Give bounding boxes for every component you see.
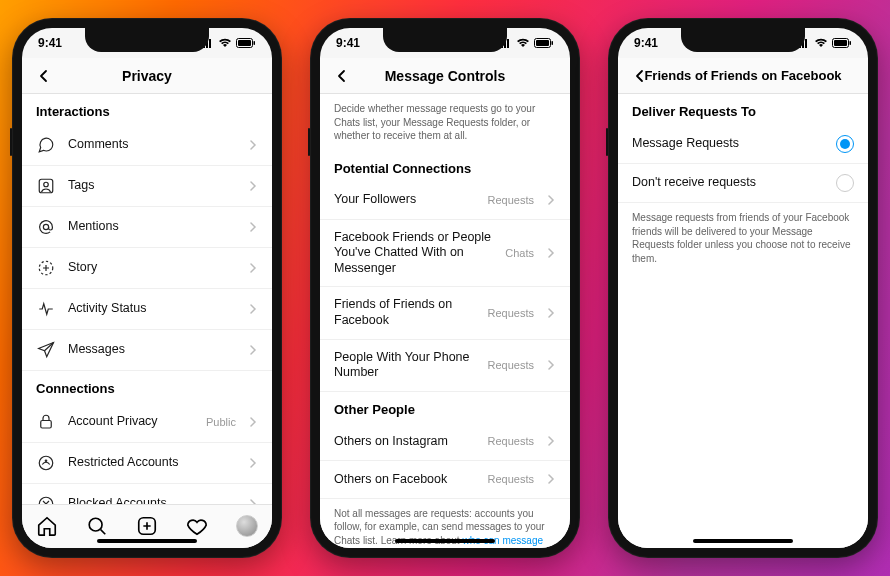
content-scroll[interactable]: Deliver Requests To Message Requests Don…: [618, 94, 868, 548]
home-indicator[interactable]: [97, 539, 197, 543]
row-value: Public: [206, 416, 236, 428]
svg-rect-7: [39, 179, 53, 193]
phone-frame-3: 9:41 Friends of Friends on Facebook Deli…: [608, 18, 878, 558]
row-tags[interactable]: Tags: [22, 166, 272, 207]
row-label: People With Your Phone Number: [334, 350, 476, 381]
chevron-right-icon: [248, 458, 258, 468]
row-value: Requests: [488, 194, 534, 206]
home-indicator[interactable]: [693, 539, 793, 543]
mention-icon: [36, 217, 56, 237]
svg-rect-5: [238, 40, 251, 46]
phone-frame-1: 9:41 Privacy Interactions: [12, 18, 282, 558]
section-header-deliver: Deliver Requests To: [618, 94, 868, 125]
comment-icon: [36, 135, 56, 155]
activity-icon: [36, 299, 56, 319]
chevron-right-icon: [546, 248, 556, 258]
tab-search[interactable]: [82, 511, 112, 541]
row-value: Requests: [488, 359, 534, 371]
row-blocked[interactable]: Blocked Accounts: [22, 484, 272, 504]
chevron-right-icon: [248, 181, 258, 191]
chevron-right-icon: [248, 222, 258, 232]
row-others-facebook[interactable]: Others on Facebook Requests: [320, 461, 570, 499]
row-comments[interactable]: Comments: [22, 125, 272, 166]
svg-point-12: [39, 456, 53, 470]
intro-text: Decide whether message requests go to yo…: [320, 94, 570, 151]
row-label: Comments: [68, 137, 236, 153]
row-label: Your Followers: [334, 192, 476, 208]
tab-activity[interactable]: [182, 511, 212, 541]
wifi-icon: [516, 38, 530, 48]
chevron-right-icon: [248, 263, 258, 273]
svg-rect-26: [552, 41, 554, 45]
content-scroll[interactable]: Interactions Comments Tags Mentio: [22, 94, 272, 504]
svg-point-8: [44, 182, 49, 187]
section-header-other: Other People: [320, 392, 570, 423]
svg-point-18: [89, 518, 102, 531]
svg-point-13: [45, 460, 47, 462]
row-label: Messages: [68, 342, 236, 358]
nav-bar: Friends of Friends on Facebook: [618, 58, 868, 94]
svg-point-9: [43, 224, 48, 229]
row-value: Requests: [488, 473, 534, 485]
svg-rect-33: [850, 41, 852, 45]
svg-rect-3: [209, 39, 211, 48]
option-message-requests[interactable]: Message Requests: [618, 125, 868, 164]
notch: [85, 28, 209, 52]
row-label: Blocked Accounts: [68, 496, 236, 504]
chevron-right-icon: [546, 436, 556, 446]
row-messages[interactable]: Messages: [22, 330, 272, 371]
row-account-privacy[interactable]: Account Privacy Public: [22, 402, 272, 443]
notch: [681, 28, 805, 52]
page-title: Privacy: [22, 68, 272, 84]
svg-rect-25: [536, 40, 549, 46]
messages-icon: [36, 340, 56, 360]
back-button[interactable]: [628, 69, 652, 83]
svg-rect-6: [254, 41, 256, 45]
nav-bar: Privacy: [22, 58, 272, 94]
row-phone-number[interactable]: People With Your Phone Number Requests: [320, 340, 570, 392]
option-label: Don't receive requests: [632, 175, 824, 191]
row-label: Others on Instagram: [334, 434, 476, 450]
chevron-right-icon: [546, 308, 556, 318]
chevron-right-icon: [546, 474, 556, 484]
tab-new-post[interactable]: [132, 511, 162, 541]
page-title: Friends of Friends on Facebook: [618, 68, 868, 83]
battery-icon: [236, 38, 256, 48]
chevron-right-icon: [248, 140, 258, 150]
back-button[interactable]: [330, 69, 354, 83]
content-scroll[interactable]: Decide whether message requests go to yo…: [320, 94, 570, 548]
row-others-instagram[interactable]: Others on Instagram Requests: [320, 423, 570, 461]
section-header-connections: Connections: [22, 371, 272, 402]
row-label: Activity Status: [68, 301, 236, 317]
row-label: Account Privacy: [68, 414, 194, 430]
section-header-interactions: Interactions: [22, 94, 272, 125]
section-header-potential: Potential Connections: [320, 151, 570, 182]
nav-bar: Message Controls: [320, 58, 570, 94]
home-indicator[interactable]: [395, 539, 495, 543]
tab-home[interactable]: [32, 511, 62, 541]
option-dont-receive[interactable]: Don't receive requests: [618, 164, 868, 203]
row-label: Mentions: [68, 219, 236, 235]
wifi-icon: [814, 38, 828, 48]
row-mentions[interactable]: Mentions: [22, 207, 272, 248]
row-activity-status[interactable]: Activity Status: [22, 289, 272, 330]
status-time: 9:41: [38, 36, 62, 50]
row-label: Others on Facebook: [334, 472, 476, 488]
svg-rect-32: [834, 40, 847, 46]
blocked-icon: [36, 494, 56, 504]
row-friends-of-friends[interactable]: Friends of Friends on Facebook Requests: [320, 287, 570, 339]
tab-profile[interactable]: [232, 511, 262, 541]
row-your-followers[interactable]: Your Followers Requests: [320, 182, 570, 220]
row-story[interactable]: Story: [22, 248, 272, 289]
row-value: Requests: [488, 307, 534, 319]
footer-text: Message requests from friends of your Fa…: [618, 203, 868, 273]
tag-icon: [36, 176, 56, 196]
row-fb-friends[interactable]: Facebook Friends or People You've Chatte…: [320, 220, 570, 288]
restricted-icon: [36, 453, 56, 473]
radio-selected-icon: [836, 135, 854, 153]
status-time: 9:41: [634, 36, 658, 50]
avatar-icon: [236, 515, 258, 537]
back-button[interactable]: [32, 69, 56, 83]
row-restricted[interactable]: Restricted Accounts: [22, 443, 272, 484]
page-title: Message Controls: [320, 68, 570, 84]
